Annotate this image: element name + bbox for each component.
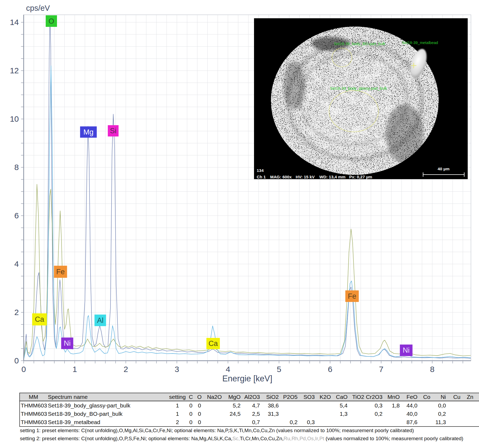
table-cell: 2,5: [241, 410, 261, 418]
table-cell: [316, 418, 332, 427]
table-cell: [447, 410, 461, 418]
column-header-Ni: Ni: [431, 393, 447, 401]
column-header-O: O: [195, 393, 204, 401]
table-cell: THMM603: [20, 418, 47, 427]
table-cell: 1,8: [383, 401, 401, 410]
column-header-FeO: FeO: [401, 393, 418, 401]
table-cell: Set18-39_metalbead: [47, 418, 168, 427]
column-header-setting: setting: [168, 393, 187, 401]
element-label-Fe: Fe: [54, 266, 67, 278]
table-cell: 11,3: [431, 418, 447, 427]
column-header-MM: MM: [20, 393, 47, 401]
svg-text:O: O: [48, 17, 54, 25]
x-tick-label: 4: [226, 365, 230, 374]
column-header-Na2O: Na2O: [204, 393, 223, 401]
table-cell: 1: [168, 410, 187, 418]
footnote-text-gray: Sc,: [233, 436, 240, 441]
table-cell: 1: [168, 401, 187, 410]
table-cell: 0,2: [280, 418, 298, 427]
table-cell: 0: [187, 401, 195, 410]
table-cell: 1,3: [332, 410, 348, 418]
element-label-Ca: Ca: [32, 313, 47, 326]
table-cell: [298, 401, 316, 410]
svg-text:Ni: Ni: [403, 346, 410, 354]
svg-text:Ca: Ca: [209, 339, 218, 348]
table-cell: [348, 418, 365, 427]
table-header-row: MMSpectrum namesettingCONa2OMgOAl2O3SiO2…: [20, 393, 479, 401]
table-row: THMM603Set18-39_body_glassy-part_bulk100…: [20, 401, 479, 410]
element-label-Al: Al: [95, 315, 106, 326]
table-cell: 0: [187, 418, 195, 427]
column-header-Cu: Cu: [447, 393, 461, 401]
table-cell: [447, 418, 461, 427]
table-cell: [316, 410, 332, 418]
table-cell: 0: [195, 418, 204, 427]
table-cell: [365, 418, 383, 427]
y-tick-label: 14: [10, 18, 19, 27]
table-cell: 24,5: [223, 410, 241, 418]
footnote-text: Ti,Cr,Mn,Co,Cu,Zn,: [240, 436, 284, 441]
table-cell: 0: [195, 401, 204, 410]
table-cell: [418, 418, 431, 427]
table-cell: 0,0: [431, 401, 447, 410]
column-header-Sum: Sum: [474, 393, 479, 401]
table-cell: [383, 410, 401, 418]
table-cell: [204, 410, 223, 418]
wd-label: WD: 13,4 mm: [319, 175, 345, 179]
px-label: Px: 0,27 µm: [349, 175, 372, 179]
table-cell: Set18-39_body_BO-part_bulk: [47, 410, 168, 418]
table-cell: 0: [187, 410, 195, 418]
column-header-P2O5: P2O5: [280, 393, 298, 401]
table-cell: 100,0: [474, 418, 479, 427]
footnote-text: (values normalized to 100%; measurement …: [324, 436, 463, 441]
svg-text:Fe: Fe: [56, 268, 65, 276]
table-row: THMM603Set18-39_metalbead2000,70,20,387,…: [20, 418, 479, 427]
element-label-Ca: Ca: [206, 338, 220, 349]
table-cell: THMM603: [20, 410, 47, 418]
footnote-text: setting 2: preset elements: C(not unfold…: [20, 436, 233, 441]
column-header-Co: Co: [418, 393, 431, 401]
table-cell: 0,2: [431, 410, 447, 418]
y-axis-title: cps/eV: [26, 4, 50, 12]
footnote-text-gray: Ru,Rh,Pd,Os,Ir,Pt: [284, 436, 324, 441]
svg-text:Ca: Ca: [35, 315, 44, 323]
table-cell: [280, 410, 298, 418]
table-cell: 0,3: [365, 401, 383, 410]
element-label-Ni: Ni: [400, 345, 413, 356]
table-cell: [383, 418, 401, 427]
table-cell: 2: [168, 418, 187, 427]
quantification-table: MMSpectrum namesettingCONa2OMgOAl2O3SiO2…: [19, 393, 479, 427]
y-tick-label: 2: [14, 308, 19, 317]
table-cell: [418, 401, 431, 410]
y-tick-label: 0: [14, 356, 19, 365]
x-tick-label: 5: [277, 365, 281, 374]
table-cell: [316, 401, 332, 410]
column-header-MnO: MnO: [383, 393, 401, 401]
y-tick-label: 8: [14, 163, 19, 172]
table-cell: [261, 418, 280, 427]
column-header-MgO: MgO: [223, 393, 241, 401]
eds-report-page: { "chart_data": { "type": "line", "title…: [0, 0, 479, 448]
column-header-Cr2O3: Cr2O3: [365, 393, 383, 401]
table-cell: [332, 418, 348, 427]
footnote-text: setting 1: preset elements: C(not unfold…: [20, 428, 414, 433]
element-label-O: O: [46, 15, 57, 27]
x-tick-label: 3: [175, 365, 179, 374]
metalbead-label: Set18-39_metalbead: [402, 41, 438, 45]
table-cell: 0: [195, 410, 204, 418]
element-label-Mg: Mg: [80, 127, 97, 138]
table-cell: 100,0: [474, 401, 479, 410]
svg-text:Al: Al: [97, 316, 103, 324]
frame-number: 134: [257, 168, 264, 173]
table-cell: [348, 401, 365, 410]
x-tick-label: 6: [328, 365, 333, 374]
table-cell: Set18-39_body_glassy-part_bulk: [47, 401, 168, 410]
table-cell: [418, 410, 431, 418]
channel-label: Ch 1: [257, 175, 266, 179]
table-cell: 5,4: [332, 401, 348, 410]
table-cell: [461, 418, 474, 427]
element-label-Ni: Ni: [61, 338, 73, 349]
column-header-C: C: [187, 393, 195, 401]
table-cell: 4,7: [241, 401, 261, 410]
table-cell: [447, 401, 461, 410]
